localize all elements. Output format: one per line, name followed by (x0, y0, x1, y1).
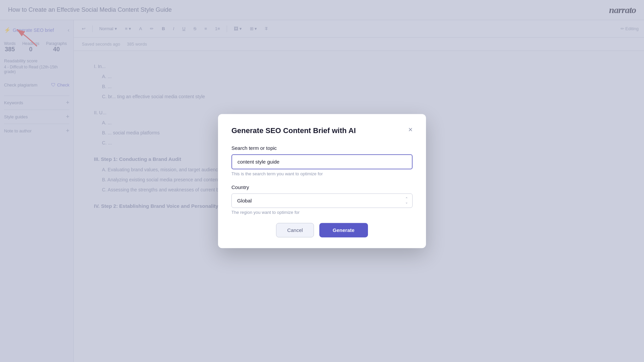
search-term-group: Search term or topic This is the search … (231, 145, 413, 176)
country-select-wrapper: Global United States United Kingdom Cana… (231, 193, 413, 208)
modal-header: Generate SEO Content Brief with AI × (231, 126, 413, 136)
modal-title: Generate SEO Content Brief with AI (231, 126, 356, 136)
search-term-label: Search term or topic (231, 145, 413, 151)
country-hint: The region you want to optimize for (231, 210, 413, 215)
generate-button[interactable]: Generate (319, 223, 368, 237)
modal-close-button[interactable]: × (408, 126, 413, 133)
country-group: Country Global United States United King… (231, 184, 413, 215)
cancel-button[interactable]: Cancel (276, 223, 314, 237)
seo-brief-modal: Generate SEO Content Brief with AI × Sea… (218, 114, 426, 248)
modal-actions: Cancel Generate (231, 223, 413, 237)
search-term-input[interactable] (231, 154, 413, 169)
country-label: Country (231, 184, 413, 190)
country-select[interactable]: Global United States United Kingdom Cana… (231, 193, 413, 208)
search-term-hint: This is the search term you want to opti… (231, 171, 413, 176)
